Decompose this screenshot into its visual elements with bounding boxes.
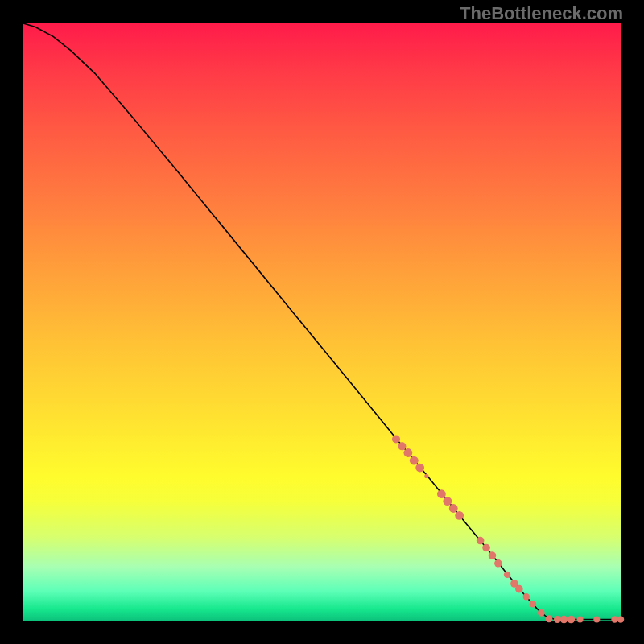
data-marker <box>504 572 510 578</box>
data-marker <box>568 616 576 624</box>
data-marker <box>523 593 530 600</box>
data-marker <box>538 609 545 617</box>
data-marker <box>455 511 464 520</box>
data-marker <box>530 601 536 607</box>
data-marker <box>546 615 553 622</box>
data-marker <box>494 559 502 568</box>
data-marker <box>593 617 600 623</box>
data-marker <box>437 489 446 498</box>
watermark-text: TheBottleneck.com <box>460 3 623 24</box>
data-marker <box>443 497 452 506</box>
data-marker <box>392 435 400 443</box>
data-marker <box>611 616 617 622</box>
chart-overlay <box>23 23 621 621</box>
data-marker <box>560 616 568 624</box>
data-marker <box>482 544 490 552</box>
data-markers <box>392 435 624 623</box>
data-marker <box>489 551 497 559</box>
data-marker <box>424 474 428 478</box>
plot-area <box>23 23 621 621</box>
data-marker <box>617 616 624 622</box>
curve-line <box>23 23 621 620</box>
data-marker <box>477 537 485 545</box>
data-marker <box>449 504 458 513</box>
data-marker <box>577 617 584 623</box>
data-marker <box>554 616 561 623</box>
data-marker <box>415 464 424 473</box>
data-marker <box>398 442 406 450</box>
chart-frame: TheBottleneck.com <box>0 0 644 644</box>
data-marker <box>410 456 419 465</box>
data-marker <box>403 448 412 457</box>
data-marker <box>515 585 523 593</box>
